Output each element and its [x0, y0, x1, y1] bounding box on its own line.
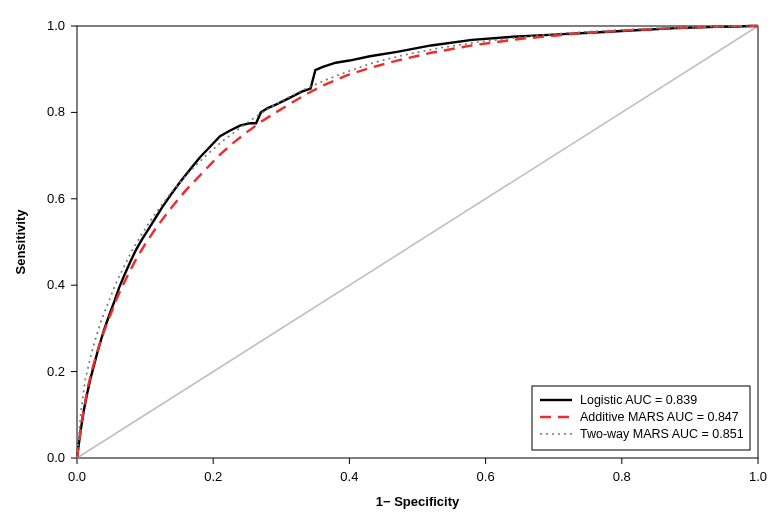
- chart-svg: 0.00.20.40.60.81.00.00.20.40.60.81.01− S…: [0, 0, 775, 521]
- legend-label: Logistic AUC = 0.839: [580, 393, 697, 407]
- y-tick-label: 1.0: [47, 18, 65, 33]
- x-tick-label: 0.2: [204, 469, 222, 484]
- x-tick-label: 0.6: [477, 469, 495, 484]
- x-tick-label: 0.0: [68, 469, 86, 484]
- y-axis-label: Sensitivity: [13, 209, 28, 275]
- legend-label: Two-way MARS AUC = 0.851: [580, 427, 744, 441]
- legend: Logistic AUC = 0.839Additive MARS AUC = …: [532, 386, 750, 450]
- y-tick-label: 0.2: [47, 364, 65, 379]
- x-tick-label: 0.4: [340, 469, 358, 484]
- legend-label: Additive MARS AUC = 0.847: [580, 410, 739, 424]
- y-tick-label: 0.0: [47, 450, 65, 465]
- x-tick-label: 1.0: [749, 469, 767, 484]
- y-tick-label: 0.4: [47, 277, 65, 292]
- y-tick-label: 0.6: [47, 191, 65, 206]
- x-tick-label: 0.8: [613, 469, 631, 484]
- x-axis-label: 1− Specificity: [376, 494, 460, 509]
- roc-chart: 0.00.20.40.60.81.00.00.20.40.60.81.01− S…: [0, 0, 775, 521]
- y-tick-label: 0.8: [47, 104, 65, 119]
